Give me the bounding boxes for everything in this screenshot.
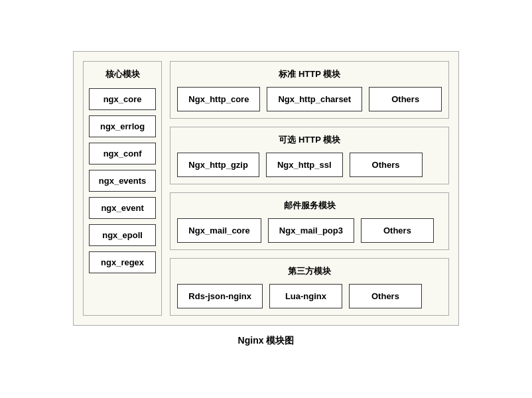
module-item: Rds-json-nginx [177, 284, 263, 308]
core-item: ngx_epoll [89, 224, 157, 246]
core-item: ngx_conf [89, 143, 157, 165]
diagram-caption: Nginx 模块图 [238, 335, 295, 347]
module-item: Ngx_http_core [177, 87, 260, 111]
module-items-row: Ngx_http_coreNgx_http_charsetOthers [177, 87, 442, 111]
core-item: ngx_errlog [89, 115, 157, 137]
module-item: Others [350, 153, 423, 177]
core-item: ngx_core [89, 88, 157, 110]
module-item: Ngx_http_gzip [177, 153, 259, 177]
right-column: 标准 HTTP 模块Ngx_http_coreNgx_http_charsetO… [170, 61, 449, 316]
module-group: 可选 HTTP 模块Ngx_http_gzipNgx_http_sslOther… [170, 127, 449, 184]
module-group: 第三方模块Rds-json-nginxLua-nginxOthers [170, 258, 449, 316]
module-group-title: 标准 HTTP 模块 [177, 68, 442, 80]
module-group: 标准 HTTP 模块Ngx_http_coreNgx_http_charsetO… [170, 61, 449, 119]
module-group-title: 第三方模块 [177, 265, 442, 277]
module-group: 邮件服务模块Ngx_mail_coreNgx_mail_pop3Others [170, 192, 449, 250]
module-item: Ngx_http_charset [267, 87, 362, 111]
module-items-row: Rds-json-nginxLua-nginxOthers [177, 284, 442, 308]
diagram-wrapper: 核心模块 ngx_corengx_errlogngx_confngx_event… [73, 51, 459, 347]
core-item: ngx_events [89, 170, 157, 192]
module-group-title: 可选 HTTP 模块 [177, 134, 442, 146]
module-item: Others [361, 218, 434, 243]
module-item: Ngx_mail_pop3 [268, 218, 354, 243]
core-item: ngx_regex [89, 251, 157, 273]
module-group-title: 邮件服务模块 [177, 200, 442, 212]
module-items-row: Ngx_http_gzipNgx_http_sslOthers [177, 153, 442, 177]
module-item: Others [369, 87, 442, 111]
module-item: Others [349, 284, 422, 308]
core-section: 核心模块 ngx_corengx_errlogngx_confngx_event… [83, 61, 163, 316]
module-items-row: Ngx_mail_coreNgx_mail_pop3Others [177, 218, 442, 243]
module-item: Lua-nginx [269, 284, 342, 308]
module-item: Ngx_mail_core [177, 218, 261, 243]
module-item: Ngx_http_ssl [266, 153, 343, 177]
core-item: ngx_event [89, 197, 157, 219]
diagram-main: 核心模块 ngx_corengx_errlogngx_confngx_event… [73, 51, 459, 326]
core-title: 核心模块 [105, 68, 140, 80]
